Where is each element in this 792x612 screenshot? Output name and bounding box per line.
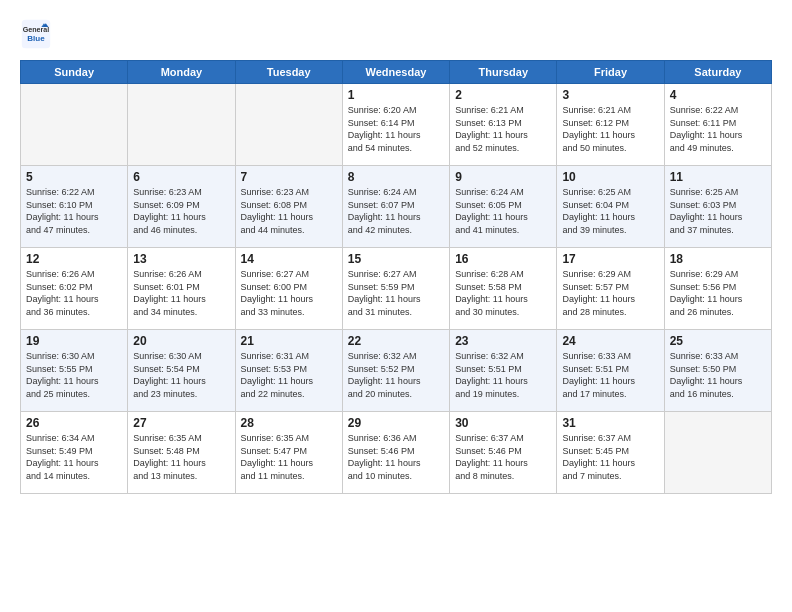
day-detail: Sunrise: 6:21 AM Sunset: 6:13 PM Dayligh…	[455, 104, 551, 154]
day-detail: Sunrise: 6:35 AM Sunset: 5:47 PM Dayligh…	[241, 432, 337, 482]
day-number: 11	[670, 170, 766, 184]
day-detail: Sunrise: 6:23 AM Sunset: 6:09 PM Dayligh…	[133, 186, 229, 236]
day-number: 19	[26, 334, 122, 348]
day-number: 22	[348, 334, 444, 348]
day-detail: Sunrise: 6:20 AM Sunset: 6:14 PM Dayligh…	[348, 104, 444, 154]
day-number: 21	[241, 334, 337, 348]
day-detail: Sunrise: 6:36 AM Sunset: 5:46 PM Dayligh…	[348, 432, 444, 482]
calendar-week-row: 12Sunrise: 6:26 AM Sunset: 6:02 PM Dayli…	[21, 248, 772, 330]
day-number: 18	[670, 252, 766, 266]
weekday-header: Tuesday	[235, 61, 342, 84]
day-number: 7	[241, 170, 337, 184]
day-detail: Sunrise: 6:27 AM Sunset: 5:59 PM Dayligh…	[348, 268, 444, 318]
day-number: 28	[241, 416, 337, 430]
calendar-day-cell: 19Sunrise: 6:30 AM Sunset: 5:55 PM Dayli…	[21, 330, 128, 412]
day-detail: Sunrise: 6:35 AM Sunset: 5:48 PM Dayligh…	[133, 432, 229, 482]
day-number: 10	[562, 170, 658, 184]
day-detail: Sunrise: 6:29 AM Sunset: 5:56 PM Dayligh…	[670, 268, 766, 318]
calendar-day-cell: 5Sunrise: 6:22 AM Sunset: 6:10 PM Daylig…	[21, 166, 128, 248]
calendar-day-cell	[21, 84, 128, 166]
day-detail: Sunrise: 6:22 AM Sunset: 6:11 PM Dayligh…	[670, 104, 766, 154]
day-number: 23	[455, 334, 551, 348]
calendar-day-cell: 16Sunrise: 6:28 AM Sunset: 5:58 PM Dayli…	[450, 248, 557, 330]
day-number: 1	[348, 88, 444, 102]
day-number: 17	[562, 252, 658, 266]
logo: General Blue	[20, 18, 52, 50]
day-detail: Sunrise: 6:31 AM Sunset: 5:53 PM Dayligh…	[241, 350, 337, 400]
calendar-day-cell: 15Sunrise: 6:27 AM Sunset: 5:59 PM Dayli…	[342, 248, 449, 330]
day-detail: Sunrise: 6:32 AM Sunset: 5:52 PM Dayligh…	[348, 350, 444, 400]
day-detail: Sunrise: 6:24 AM Sunset: 6:05 PM Dayligh…	[455, 186, 551, 236]
weekday-header: Wednesday	[342, 61, 449, 84]
day-number: 13	[133, 252, 229, 266]
day-number: 14	[241, 252, 337, 266]
calendar-day-cell: 28Sunrise: 6:35 AM Sunset: 5:47 PM Dayli…	[235, 412, 342, 494]
day-detail: Sunrise: 6:26 AM Sunset: 6:02 PM Dayligh…	[26, 268, 122, 318]
weekday-header: Saturday	[664, 61, 771, 84]
logo-icon: General Blue	[20, 18, 52, 50]
calendar-day-cell: 13Sunrise: 6:26 AM Sunset: 6:01 PM Dayli…	[128, 248, 235, 330]
day-detail: Sunrise: 6:34 AM Sunset: 5:49 PM Dayligh…	[26, 432, 122, 482]
calendar-day-cell: 31Sunrise: 6:37 AM Sunset: 5:45 PM Dayli…	[557, 412, 664, 494]
svg-text:Blue: Blue	[27, 34, 45, 43]
calendar-day-cell: 30Sunrise: 6:37 AM Sunset: 5:46 PM Dayli…	[450, 412, 557, 494]
day-number: 3	[562, 88, 658, 102]
weekday-header: Sunday	[21, 61, 128, 84]
day-number: 8	[348, 170, 444, 184]
day-number: 27	[133, 416, 229, 430]
calendar-day-cell: 12Sunrise: 6:26 AM Sunset: 6:02 PM Dayli…	[21, 248, 128, 330]
calendar-table: SundayMondayTuesdayWednesdayThursdayFrid…	[20, 60, 772, 494]
day-number: 16	[455, 252, 551, 266]
day-number: 5	[26, 170, 122, 184]
svg-text:General: General	[23, 26, 50, 34]
calendar-day-cell: 14Sunrise: 6:27 AM Sunset: 6:00 PM Dayli…	[235, 248, 342, 330]
day-detail: Sunrise: 6:37 AM Sunset: 5:46 PM Dayligh…	[455, 432, 551, 482]
calendar-day-cell: 20Sunrise: 6:30 AM Sunset: 5:54 PM Dayli…	[128, 330, 235, 412]
calendar-week-row: 1Sunrise: 6:20 AM Sunset: 6:14 PM Daylig…	[21, 84, 772, 166]
calendar-day-cell: 27Sunrise: 6:35 AM Sunset: 5:48 PM Dayli…	[128, 412, 235, 494]
calendar-week-row: 5Sunrise: 6:22 AM Sunset: 6:10 PM Daylig…	[21, 166, 772, 248]
day-detail: Sunrise: 6:25 AM Sunset: 6:03 PM Dayligh…	[670, 186, 766, 236]
calendar-week-row: 19Sunrise: 6:30 AM Sunset: 5:55 PM Dayli…	[21, 330, 772, 412]
calendar-day-cell: 8Sunrise: 6:24 AM Sunset: 6:07 PM Daylig…	[342, 166, 449, 248]
day-detail: Sunrise: 6:22 AM Sunset: 6:10 PM Dayligh…	[26, 186, 122, 236]
calendar-day-cell: 11Sunrise: 6:25 AM Sunset: 6:03 PM Dayli…	[664, 166, 771, 248]
weekday-header: Thursday	[450, 61, 557, 84]
calendar-day-cell: 21Sunrise: 6:31 AM Sunset: 5:53 PM Dayli…	[235, 330, 342, 412]
day-number: 31	[562, 416, 658, 430]
day-detail: Sunrise: 6:25 AM Sunset: 6:04 PM Dayligh…	[562, 186, 658, 236]
day-detail: Sunrise: 6:33 AM Sunset: 5:51 PM Dayligh…	[562, 350, 658, 400]
calendar-day-cell: 18Sunrise: 6:29 AM Sunset: 5:56 PM Dayli…	[664, 248, 771, 330]
calendar-day-cell: 7Sunrise: 6:23 AM Sunset: 6:08 PM Daylig…	[235, 166, 342, 248]
calendar-day-cell: 26Sunrise: 6:34 AM Sunset: 5:49 PM Dayli…	[21, 412, 128, 494]
day-detail: Sunrise: 6:30 AM Sunset: 5:55 PM Dayligh…	[26, 350, 122, 400]
weekday-header: Friday	[557, 61, 664, 84]
calendar-day-cell: 23Sunrise: 6:32 AM Sunset: 5:51 PM Dayli…	[450, 330, 557, 412]
day-number: 29	[348, 416, 444, 430]
weekday-header-row: SundayMondayTuesdayWednesdayThursdayFrid…	[21, 61, 772, 84]
day-number: 20	[133, 334, 229, 348]
day-detail: Sunrise: 6:29 AM Sunset: 5:57 PM Dayligh…	[562, 268, 658, 318]
calendar-day-cell: 24Sunrise: 6:33 AM Sunset: 5:51 PM Dayli…	[557, 330, 664, 412]
day-detail: Sunrise: 6:28 AM Sunset: 5:58 PM Dayligh…	[455, 268, 551, 318]
day-number: 30	[455, 416, 551, 430]
day-number: 9	[455, 170, 551, 184]
weekday-header: Monday	[128, 61, 235, 84]
calendar-day-cell: 6Sunrise: 6:23 AM Sunset: 6:09 PM Daylig…	[128, 166, 235, 248]
calendar-day-cell: 17Sunrise: 6:29 AM Sunset: 5:57 PM Dayli…	[557, 248, 664, 330]
calendar-day-cell: 22Sunrise: 6:32 AM Sunset: 5:52 PM Dayli…	[342, 330, 449, 412]
day-detail: Sunrise: 6:23 AM Sunset: 6:08 PM Dayligh…	[241, 186, 337, 236]
day-number: 24	[562, 334, 658, 348]
day-detail: Sunrise: 6:26 AM Sunset: 6:01 PM Dayligh…	[133, 268, 229, 318]
day-detail: Sunrise: 6:21 AM Sunset: 6:12 PM Dayligh…	[562, 104, 658, 154]
day-detail: Sunrise: 6:27 AM Sunset: 6:00 PM Dayligh…	[241, 268, 337, 318]
day-number: 2	[455, 88, 551, 102]
calendar-day-cell: 9Sunrise: 6:24 AM Sunset: 6:05 PM Daylig…	[450, 166, 557, 248]
calendar-day-cell: 3Sunrise: 6:21 AM Sunset: 6:12 PM Daylig…	[557, 84, 664, 166]
calendar-day-cell	[235, 84, 342, 166]
calendar-day-cell: 29Sunrise: 6:36 AM Sunset: 5:46 PM Dayli…	[342, 412, 449, 494]
day-number: 25	[670, 334, 766, 348]
day-number: 12	[26, 252, 122, 266]
calendar-day-cell: 1Sunrise: 6:20 AM Sunset: 6:14 PM Daylig…	[342, 84, 449, 166]
day-detail: Sunrise: 6:30 AM Sunset: 5:54 PM Dayligh…	[133, 350, 229, 400]
